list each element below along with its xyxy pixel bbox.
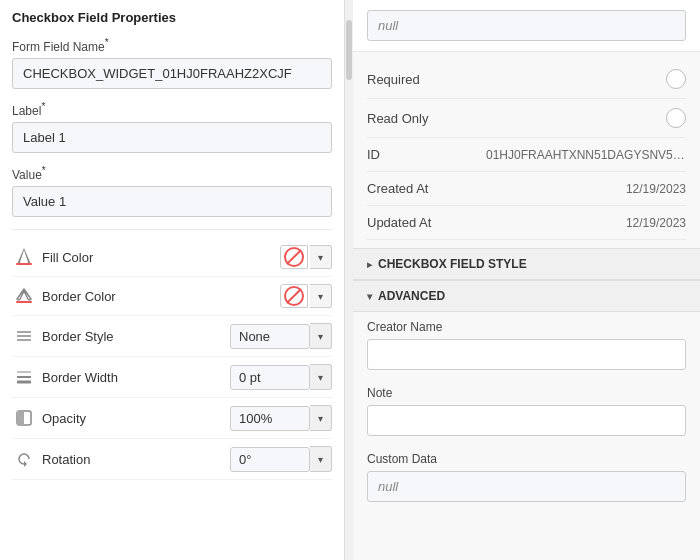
custom-data-label: Custom Data bbox=[367, 452, 686, 466]
right-top-field-group bbox=[353, 0, 700, 52]
fill-color-swatch[interactable] bbox=[280, 245, 308, 269]
left-scrollbar-thumb[interactable] bbox=[346, 20, 352, 80]
border-style-select-container: None Solid Dashed Dotted ▾ bbox=[230, 323, 332, 349]
created-at-row: Created At 12/19/2023 bbox=[367, 172, 686, 206]
border-style-arrow: ▾ bbox=[310, 323, 332, 349]
svg-rect-9 bbox=[17, 411, 24, 425]
border-width-select[interactable]: 0 pt 1 pt 2 pt bbox=[230, 365, 310, 390]
label-field-label: Label* bbox=[12, 101, 332, 118]
border-color-swatch[interactable] bbox=[280, 284, 308, 308]
right-properties-list: Required Read Only ID 01HJ0FRAAHTXNN51DA… bbox=[353, 52, 700, 248]
border-color-icon bbox=[12, 284, 36, 308]
updated-at-row: Updated At 12/19/2023 bbox=[367, 206, 686, 240]
label-field-group: Label* bbox=[12, 101, 332, 153]
advanced-label: ADVANCED bbox=[378, 289, 445, 303]
border-style-label: Border Style bbox=[36, 329, 230, 344]
opacity-label: Opacity bbox=[36, 411, 230, 426]
custom-data-group: Custom Data bbox=[353, 444, 700, 510]
border-color-no-color bbox=[284, 286, 304, 306]
id-label: ID bbox=[367, 147, 486, 162]
creator-name-group: Creator Name bbox=[353, 312, 700, 378]
checkbox-field-style-section[interactable]: ▸ CHECKBOX FIELD STYLE bbox=[353, 248, 700, 280]
created-at-label: Created At bbox=[367, 181, 626, 196]
opacity-icon bbox=[12, 406, 36, 430]
svg-rect-0 bbox=[16, 263, 32, 265]
required-label: Required bbox=[367, 72, 666, 87]
fill-color-dropdown[interactable]: ▾ bbox=[310, 245, 332, 269]
border-width-label: Border Width bbox=[36, 370, 230, 385]
left-panel: Checkbox Field Properties Form Field Nam… bbox=[0, 0, 345, 560]
updated-at-value: 12/19/2023 bbox=[626, 216, 686, 230]
note-label: Note bbox=[367, 386, 686, 400]
rotation-row: Rotation 0° 90° 180° 270° ▾ bbox=[12, 439, 332, 480]
right-panel: Required Read Only ID 01HJ0FRAAHTXNN51DA… bbox=[353, 0, 700, 560]
opacity-row: Opacity 100% 75% 50% 25% ▾ bbox=[12, 398, 332, 439]
opacity-select[interactable]: 100% 75% 50% 25% bbox=[230, 406, 310, 431]
read-only-label: Read Only bbox=[367, 111, 666, 126]
checkbox-style-label: CHECKBOX FIELD STYLE bbox=[378, 257, 527, 271]
value-field-input[interactable] bbox=[12, 186, 332, 217]
note-group: Note bbox=[353, 378, 700, 444]
required-toggle[interactable] bbox=[666, 69, 686, 89]
form-field-name-label: Form Field Name* bbox=[12, 37, 332, 54]
border-color-row: Border Color ▾ bbox=[12, 277, 332, 316]
fill-color-row: Fill Color ▾ bbox=[12, 238, 332, 277]
read-only-toggle[interactable] bbox=[666, 108, 686, 128]
fill-color-swatch-container: ▾ bbox=[280, 245, 332, 269]
opacity-arrow: ▾ bbox=[310, 405, 332, 431]
panel-title: Checkbox Field Properties bbox=[0, 0, 344, 33]
id-row: ID 01HJ0FRAAHTXNN51DAGYSNV5X9 bbox=[367, 138, 686, 172]
rotation-arrow: ▾ bbox=[310, 446, 332, 472]
rotation-label: Rotation bbox=[36, 452, 230, 467]
border-style-select[interactable]: None Solid Dashed Dotted bbox=[230, 324, 310, 349]
label-field-input[interactable] bbox=[12, 122, 332, 153]
opacity-select-container: 100% 75% 50% 25% ▾ bbox=[230, 405, 332, 431]
value-field-group: Value* bbox=[12, 165, 332, 217]
advanced-section[interactable]: ▾ ADVANCED bbox=[353, 280, 700, 312]
svg-marker-10 bbox=[24, 461, 27, 467]
creator-name-label: Creator Name bbox=[367, 320, 686, 334]
id-value: 01HJ0FRAAHTXNN51DAGYSNV5X9 bbox=[486, 148, 686, 162]
rotation-icon bbox=[12, 447, 36, 471]
rotation-select[interactable]: 0° 90° 180° 270° bbox=[230, 447, 310, 472]
border-style-row: Border Style None Solid Dashed Dotted ▾ bbox=[12, 316, 332, 357]
svg-rect-1 bbox=[16, 301, 32, 303]
advanced-arrow-icon: ▾ bbox=[367, 291, 372, 302]
fill-color-no-color bbox=[284, 247, 304, 267]
custom-data-input[interactable] bbox=[367, 471, 686, 502]
top-null-input[interactable] bbox=[367, 10, 686, 41]
border-color-label: Border Color bbox=[36, 289, 280, 304]
left-scroll-area: Form Field Name* Label* Value* bbox=[0, 33, 344, 560]
updated-at-label: Updated At bbox=[367, 215, 626, 230]
value-field-label: Value* bbox=[12, 165, 332, 182]
creator-name-input[interactable] bbox=[367, 339, 686, 370]
fill-color-icon bbox=[12, 245, 36, 269]
form-field-name-input[interactable] bbox=[12, 58, 332, 89]
divider-1 bbox=[12, 229, 332, 230]
border-color-dropdown[interactable]: ▾ bbox=[310, 284, 332, 308]
created-at-value: 12/19/2023 bbox=[626, 182, 686, 196]
checkbox-style-arrow-icon: ▸ bbox=[367, 259, 372, 270]
border-width-row: Border Width 0 pt 1 pt 2 pt ▾ bbox=[12, 357, 332, 398]
border-width-arrow: ▾ bbox=[310, 364, 332, 390]
required-row: Required bbox=[367, 60, 686, 99]
left-scrollbar[interactable] bbox=[345, 0, 353, 560]
border-color-swatch-container: ▾ bbox=[280, 284, 332, 308]
border-width-icon bbox=[12, 365, 36, 389]
border-style-icon bbox=[12, 324, 36, 348]
form-field-name-group: Form Field Name* bbox=[12, 37, 332, 89]
note-input[interactable] bbox=[367, 405, 686, 436]
border-width-select-container: 0 pt 1 pt 2 pt ▾ bbox=[230, 364, 332, 390]
rotation-select-container: 0° 90° 180° 270° ▾ bbox=[230, 446, 332, 472]
read-only-row: Read Only bbox=[367, 99, 686, 138]
fill-color-label: Fill Color bbox=[36, 250, 280, 265]
